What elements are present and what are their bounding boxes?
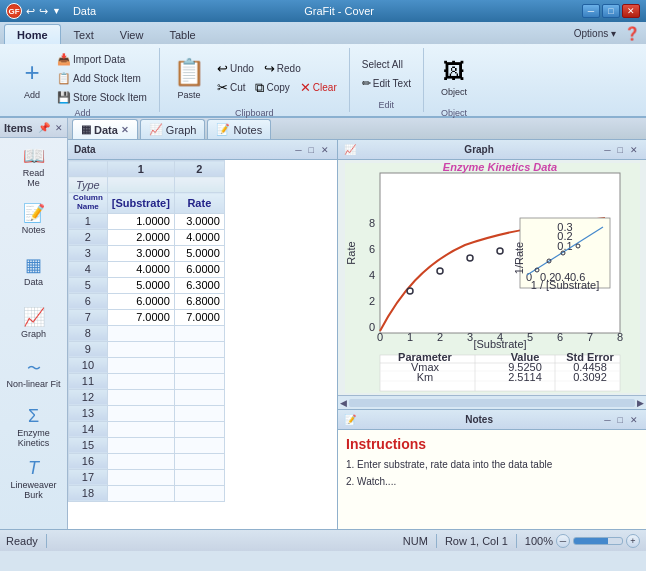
cell-6-1[interactable]: 6.0000	[107, 293, 174, 309]
data-panel-maximize[interactable]: □	[307, 145, 316, 155]
zoom-out-button[interactable]: ─	[556, 534, 570, 548]
zoom-in-button[interactable]: +	[626, 534, 640, 548]
graph-scroll-right[interactable]: ▶	[637, 398, 644, 408]
cell-16-2[interactable]	[174, 453, 224, 469]
cell-4-1[interactable]: 4.0000	[107, 261, 174, 277]
quick-access-undo[interactable]: ↩	[26, 5, 35, 18]
tab-data-close[interactable]: ✕	[121, 125, 129, 135]
object-button[interactable]: 🖼 Object	[436, 50, 472, 106]
sidebar-item-nonlinear[interactable]: 〜 Non-linear Fit	[4, 350, 64, 400]
tab-text[interactable]: Text	[61, 24, 107, 44]
cell-3-1[interactable]: 3.0000	[107, 245, 174, 261]
cell-15-1[interactable]	[107, 437, 174, 453]
cell-7-1[interactable]: 7.0000	[107, 309, 174, 325]
tab-notes-label: Notes	[233, 124, 262, 136]
colname-substrate[interactable]: [Substrate]	[107, 193, 174, 214]
cell-5-2[interactable]: 6.3000	[174, 277, 224, 293]
options-button[interactable]: Options ▾	[566, 26, 624, 41]
cell-15-2[interactable]	[174, 437, 224, 453]
svg-text:6: 6	[368, 243, 374, 255]
colname-rate[interactable]: Rate	[174, 193, 224, 214]
pin-icon[interactable]: 📌	[38, 122, 50, 133]
tab-view[interactable]: View	[107, 24, 157, 44]
notes-panel-close[interactable]: ✕	[628, 415, 640, 425]
type-col2[interactable]	[174, 177, 224, 193]
copy-button[interactable]: ⧉ Copy	[251, 79, 293, 97]
tab-home[interactable]: Home	[4, 24, 61, 44]
sidebar-item-data[interactable]: ▦ Data	[4, 246, 64, 296]
undo-button[interactable]: ↩ Undo	[213, 60, 258, 78]
cell-16-1[interactable]	[107, 453, 174, 469]
data-panel-minimize[interactable]: ─	[293, 145, 303, 155]
cell-7-2[interactable]: 7.0000	[174, 309, 224, 325]
cell-12-1[interactable]	[107, 389, 174, 405]
notes-item-1: 1. Enter substrate, rate data into the d…	[346, 458, 638, 472]
cell-9-2[interactable]	[174, 341, 224, 357]
cell-4-2[interactable]: 6.0000	[174, 261, 224, 277]
tab-table[interactable]: Table	[156, 24, 208, 44]
cell-8-2[interactable]	[174, 325, 224, 341]
graph-scroll-left[interactable]: ◀	[340, 398, 347, 408]
cell-17-1[interactable]	[107, 469, 174, 485]
cell-13-2[interactable]	[174, 405, 224, 421]
close-button[interactable]: ✕	[622, 4, 640, 18]
cell-6-2[interactable]: 6.8000	[174, 293, 224, 309]
cell-12-2[interactable]	[174, 389, 224, 405]
graph-panel-close[interactable]: ✕	[628, 145, 640, 155]
minimize-button[interactable]: ─	[582, 4, 600, 18]
graph-scroll-thumb[interactable]	[349, 399, 635, 407]
items-close-icon[interactable]: ✕	[55, 123, 63, 133]
cell-1-2[interactable]: 3.0000	[174, 213, 224, 229]
type-col1[interactable]	[107, 177, 174, 193]
cell-10-1[interactable]	[107, 357, 174, 373]
paste-button[interactable]: 📋 Paste	[168, 50, 210, 106]
tab-notes[interactable]: 📝 Notes	[207, 119, 271, 139]
notes-panel-maximize[interactable]: □	[616, 415, 625, 425]
add-button[interactable]: + Add	[14, 50, 50, 106]
cell-5-1[interactable]: 5.0000	[107, 277, 174, 293]
sidebar-item-notes[interactable]: 📝 Notes	[4, 194, 64, 244]
cell-1-1[interactable]: 1.0000	[107, 213, 174, 229]
sidebar-item-readme[interactable]: 📖 ReadMe	[4, 142, 64, 192]
zoom-slider[interactable]	[573, 537, 623, 545]
maximize-button[interactable]: □	[602, 4, 620, 18]
cell-9-1[interactable]	[107, 341, 174, 357]
cell-3-2[interactable]: 5.0000	[174, 245, 224, 261]
cell-10-2[interactable]	[174, 357, 224, 373]
edit-text-icon: ✏	[362, 77, 371, 90]
help-icon[interactable]: ❓	[624, 26, 640, 41]
select-all-button[interactable]: Select All	[358, 56, 415, 74]
quick-access-redo[interactable]: ↪	[39, 5, 48, 18]
clear-button[interactable]: ✕ Clear	[296, 79, 341, 97]
cut-button[interactable]: ✂ Cut	[213, 79, 250, 97]
graph-panel-minimize[interactable]: ─	[602, 145, 612, 155]
redo-button[interactable]: ↪ Redo	[260, 60, 305, 78]
cell-2-2[interactable]: 4.0000	[174, 229, 224, 245]
sidebar-item-lineweaver[interactable]: T LineweaverBurk	[4, 454, 64, 504]
tab-data[interactable]: ▦ Data ✕	[72, 119, 138, 139]
cell-18-1[interactable]	[107, 485, 174, 501]
store-stock-button[interactable]: 💾 Store Stock Item	[53, 88, 151, 106]
sidebar-item-graph[interactable]: 📈 Graph	[4, 298, 64, 348]
rownum-7: 7	[69, 309, 108, 325]
notes-panel-minimize[interactable]: ─	[602, 415, 612, 425]
add-stock-button[interactable]: 📋 Add Stock Item	[53, 69, 151, 87]
edit-text-button[interactable]: ✏ Edit Text	[358, 75, 415, 93]
graph-panel-maximize[interactable]: □	[616, 145, 625, 155]
cell-14-2[interactable]	[174, 421, 224, 437]
cell-17-2[interactable]	[174, 469, 224, 485]
cell-11-1[interactable]	[107, 373, 174, 389]
cell-8-1[interactable]	[107, 325, 174, 341]
cell-14-1[interactable]	[107, 421, 174, 437]
sidebar-item-enzyme[interactable]: Σ EnzymeKinetics	[4, 402, 64, 452]
graph-scrollbar[interactable]: ◀ ▶	[338, 395, 646, 409]
data-panel-close[interactable]: ✕	[319, 145, 331, 155]
cell-11-2[interactable]	[174, 373, 224, 389]
cell-2-1[interactable]: 2.0000	[107, 229, 174, 245]
status-sep-3	[516, 534, 517, 548]
quick-access-arrow[interactable]: ▼	[52, 6, 61, 16]
tab-graph[interactable]: 📈 Graph	[140, 119, 206, 139]
cell-18-2[interactable]	[174, 485, 224, 501]
cell-13-1[interactable]	[107, 405, 174, 421]
import-data-button[interactable]: 📥 Import Data	[53, 50, 151, 68]
